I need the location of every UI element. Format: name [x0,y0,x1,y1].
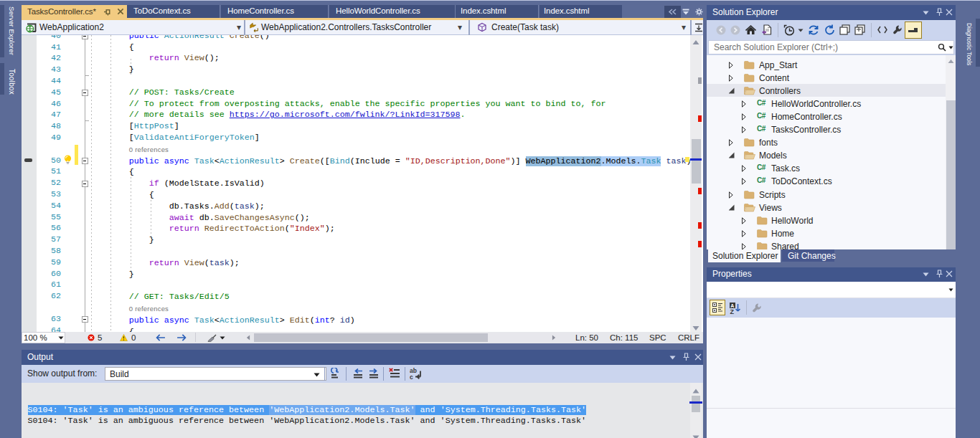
svg-text:Z: Z [730,308,735,314]
svg-text:c: c [410,373,413,380]
svg-text:A: A [730,303,734,308]
